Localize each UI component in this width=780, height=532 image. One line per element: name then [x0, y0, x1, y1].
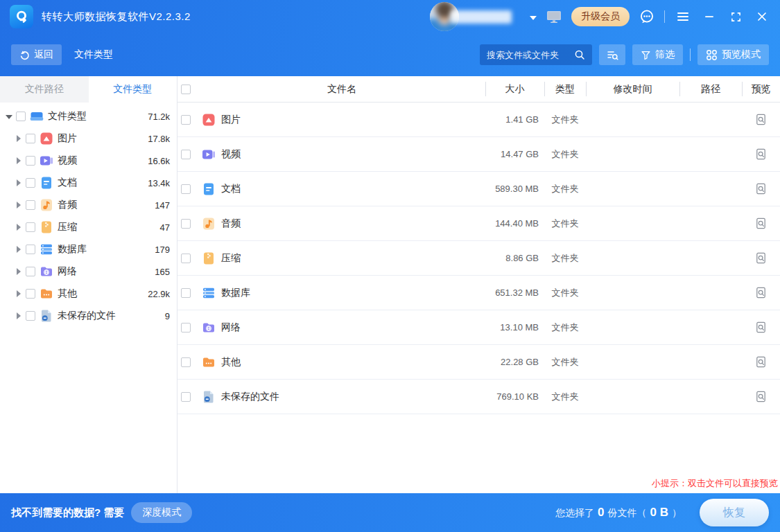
expand-arrow-icon[interactable] — [15, 179, 22, 186]
table-row[interactable]: 视频14.47 GB文件夹 — [177, 137, 780, 172]
sidebar-tree-item[interactable]: 未保存的文件9 — [0, 305, 177, 327]
audio-icon — [40, 198, 53, 212]
sidebar-tree-item[interactable]: 压缩47 — [0, 216, 177, 238]
sidebar-tree-item[interactable]: 文件类型71.2k — [0, 105, 177, 127]
tree-checkbox[interactable] — [26, 200, 35, 210]
table-row[interactable]: 图片1.41 GB文件夹 — [177, 103, 780, 137]
preview-button[interactable] — [742, 310, 780, 344]
sidebar-tree-item[interactable]: 视频16.6k — [0, 150, 177, 172]
row-checkbox[interactable] — [181, 357, 191, 367]
recover-button[interactable]: 恢复 — [700, 499, 769, 526]
table-row[interactable]: 文档589.30 MB文件夹 — [177, 172, 780, 206]
tree-item-label: 文档 — [58, 177, 77, 189]
row-checkbox[interactable] — [181, 219, 191, 229]
preview-button[interactable] — [742, 172, 780, 206]
preview-button[interactable] — [742, 103, 780, 136]
back-button[interactable]: 返回 — [11, 44, 62, 65]
file-name: 视频 — [221, 148, 241, 161]
preview-mode-button[interactable]: 预览模式 — [697, 44, 769, 65]
column-type[interactable]: 类型 — [544, 76, 586, 102]
expand-arrow-icon[interactable] — [6, 113, 12, 120]
column-modified[interactable]: 修改时间 — [586, 76, 679, 102]
sidebar-tree-item[interactable]: 图片17.8k — [0, 127, 177, 150]
table-row[interactable]: 网络13.10 MB文件夹 — [177, 310, 780, 345]
row-checkbox[interactable] — [181, 288, 191, 298]
table-row[interactable]: 音频144.40 MB文件夹 — [177, 206, 780, 241]
preview-button[interactable] — [742, 206, 780, 240]
tree-checkbox[interactable] — [26, 156, 35, 166]
preview-button[interactable] — [742, 380, 780, 414]
tree-item-label: 音频 — [58, 199, 77, 211]
sidebar-tree-item[interactable]: 数据库179 — [0, 238, 177, 260]
table-row[interactable]: 数据库651.32 MB文件夹 — [177, 276, 780, 310]
search-box[interactable] — [480, 44, 592, 65]
column-preview[interactable]: 预览 — [742, 76, 780, 102]
expand-arrow-icon[interactable] — [15, 246, 22, 253]
filter-button[interactable]: 筛选 — [632, 44, 683, 65]
preview-button[interactable] — [742, 137, 780, 171]
menu-icon[interactable] — [675, 8, 691, 25]
customer-service-icon[interactable] — [639, 9, 655, 24]
row-checkbox[interactable] — [181, 115, 191, 125]
table-row[interactable]: 其他22.28 GB文件夹 — [177, 345, 780, 380]
tree-checkbox[interactable] — [26, 222, 35, 232]
preview-button[interactable] — [742, 276, 780, 310]
monitor-icon[interactable] — [546, 10, 562, 24]
expand-arrow-icon[interactable] — [15, 135, 22, 142]
expand-arrow-icon[interactable] — [15, 224, 22, 231]
table-row[interactable]: 未保存的文件769.10 KB文件夹 — [177, 380, 780, 414]
row-checkbox[interactable] — [181, 150, 191, 159]
tree-checkbox[interactable] — [26, 311, 35, 321]
tab-file-path[interactable]: 文件路径 — [0, 76, 89, 103]
search-icon[interactable] — [574, 49, 585, 60]
tree-checkbox[interactable] — [26, 134, 35, 143]
preview-icon — [754, 148, 768, 161]
file-name: 文档 — [221, 183, 241, 195]
search-in-results-button[interactable] — [599, 44, 625, 65]
maximize-button[interactable] — [727, 8, 744, 25]
expand-arrow-icon[interactable] — [15, 312, 22, 319]
row-checkbox[interactable] — [181, 184, 191, 194]
tree-checkbox[interactable] — [26, 245, 35, 254]
expand-arrow-icon[interactable] — [15, 202, 22, 209]
sidebar-tree-item[interactable]: 文档13.4k — [0, 172, 177, 194]
select-all-checkbox[interactable] — [181, 85, 191, 94]
close-button[interactable] — [754, 8, 770, 25]
file-modified — [586, 380, 679, 414]
sidebar-tree-item[interactable]: 网络165 — [0, 260, 177, 283]
row-checkbox[interactable] — [181, 392, 191, 402]
expand-arrow-icon[interactable] — [15, 268, 22, 275]
expand-arrow-icon[interactable] — [15, 290, 22, 297]
table-row[interactable]: 压缩8.86 GB文件夹 — [177, 241, 780, 276]
row-checkbox[interactable] — [181, 323, 191, 332]
file-name: 网络 — [221, 321, 241, 334]
deep-mode-button[interactable]: 深度模式 — [131, 502, 192, 523]
tree-checkbox[interactable] — [26, 289, 35, 299]
tree-checkbox[interactable] — [26, 267, 35, 276]
expand-arrow-icon[interactable] — [15, 157, 22, 164]
selection-summary: 您选择了 0 份文件（ 0 B ） — [555, 506, 682, 520]
search-input[interactable] — [487, 50, 574, 60]
file-size: 144.40 MB — [485, 206, 544, 240]
column-path[interactable]: 路径 — [679, 76, 742, 102]
file-type: 文件夹 — [544, 345, 586, 379]
tree-checkbox[interactable] — [16, 112, 26, 121]
upgrade-member-button[interactable]: 升级会员 — [571, 7, 630, 26]
sidebar-tree-item[interactable]: 音频147 — [0, 194, 177, 216]
preview-button[interactable] — [742, 241, 780, 275]
file-type: 文件夹 — [544, 276, 586, 310]
sidebar-tree-item[interactable]: 其他22.9k — [0, 283, 177, 305]
footer: 找不到需要的数据? 需要 深度模式 您选择了 0 份文件（ 0 B ） 恢复 — [0, 493, 780, 532]
preview-button[interactable] — [742, 345, 780, 379]
file-size: 589.30 MB — [485, 172, 544, 206]
file-modified — [586, 241, 679, 275]
user-account[interactable] — [430, 0, 519, 33]
caret-down-icon[interactable] — [530, 11, 537, 22]
file-name: 其他 — [221, 356, 241, 369]
row-checkbox[interactable] — [181, 254, 191, 263]
tree-checkbox[interactable] — [26, 178, 35, 188]
column-size[interactable]: 大小 — [485, 76, 544, 102]
tab-file-type[interactable]: 文件类型 — [89, 76, 177, 103]
minimize-button[interactable] — [701, 8, 718, 25]
column-filename[interactable]: 文件名 — [198, 76, 485, 102]
